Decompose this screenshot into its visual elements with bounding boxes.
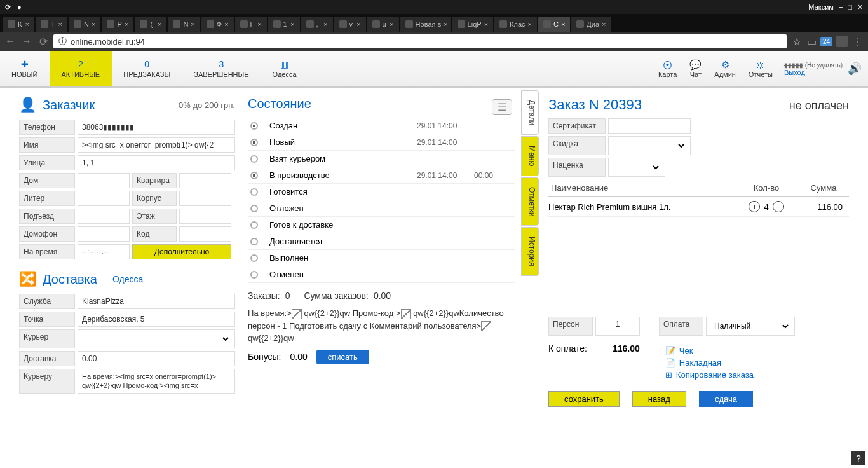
status-row[interactable]: Готовится [248,184,515,200]
toolbar-map-button[interactable]: ⦿Карта [652,57,683,81]
browser-tab[interactable]: Т× [36,17,67,32]
status-row[interactable]: Выполнен [248,250,515,266]
status-row[interactable]: Отложен [248,200,515,217]
browser-tab[interactable]: u× [367,17,399,32]
side-tab-Детали[interactable]: Детали [521,90,539,135]
nav-forward-icon[interactable]: → [20,36,33,47]
status-row[interactable]: Создан29.01 14:00 [248,118,515,134]
qty-plus-button[interactable]: + [749,201,760,212]
section-delivery-title: 🔀 Доставка Одесса [19,271,235,287]
browser-tab[interactable]: Клас× [494,17,537,32]
toolbar-reports-button[interactable]: ⛭Отчеты [742,57,779,81]
win-max[interactable]: □ [848,3,852,11]
url-input[interactable]: ⓘ online.mobidel.ru:94 [53,34,787,48]
input-courier-note[interactable]: На время:><img src=x onerror=prompt(1)> … [78,369,235,394]
browser-tab[interactable]: (× [135,17,166,32]
input-persons[interactable]: 1 [595,317,640,336]
input-service[interactable]: KlasnaPizza [78,294,235,309]
writeoff-button[interactable]: списать [316,350,369,364]
browser-tab[interactable]: ,× [301,17,333,32]
input-korpus[interactable] [179,191,231,206]
radio-icon [250,122,258,130]
status-row[interactable]: В производстве29.01 14:0000:00 [248,167,515,184]
back-button[interactable]: назад [632,391,686,407]
toolbar-new-button[interactable]: ✚ НОВЫЙ [0,51,50,86]
status-row[interactable]: Новый29.01 14:00 [248,134,515,151]
input-intercom[interactable] [78,226,130,242]
toolbar-preorders-button[interactable]: 0 ПРЕДЗАКАЗЫ [112,51,182,86]
extension-icon[interactable] [836,36,848,47]
toolbar-city-button[interactable]: ▥ Одесса [261,51,309,86]
browser-tab[interactable]: К× [3,17,34,32]
extra-button[interactable]: Дополнительно [132,244,231,259]
browser-tab[interactable]: Ф× [201,17,234,32]
menu-icon[interactable]: ⋮ [851,36,864,48]
select-courier[interactable] [78,329,235,348]
action-invoice[interactable]: 📄Накладная [665,357,754,369]
browser-tab[interactable]: 1× [268,17,300,32]
input-cert[interactable] [608,118,691,134]
save-button[interactable]: сохранить [548,391,620,407]
input-phone[interactable]: 38063▮▮▮▮▮▮▮ [78,120,235,135]
status-row[interactable]: Готов к доставке [248,217,515,233]
browser-tab[interactable]: v× [334,17,366,32]
bookmark-icon[interactable]: ☆ [790,36,803,48]
ext-badge[interactable]: 24 [820,37,832,46]
input-time[interactable]: --:-- --.-- [78,244,130,259]
browser-tab[interactable]: N× [168,17,200,32]
sound-icon[interactable]: 🔊 [848,62,862,76]
input-flat[interactable] [179,173,231,188]
browser-tab[interactable]: Г× [235,17,267,32]
radio-icon [250,221,258,229]
nav-back-icon[interactable]: ← [4,36,17,47]
browser-tab[interactable]: С× [538,17,570,32]
qty-minus-button[interactable]: − [773,201,784,212]
win-close[interactable]: ✕ [857,3,863,11]
cast-icon[interactable]: ▭ [807,36,817,48]
input-code[interactable] [179,226,231,242]
label-house: Дом [19,173,75,188]
browser-tab[interactable]: Новая в× [400,17,451,32]
status-row[interactable]: Отменен [248,266,515,283]
bonus-row: Бонусы: 0.00 списать [248,350,515,364]
delivery-city-link[interactable]: Одесса [112,274,143,284]
select-discount[interactable] [608,136,691,155]
toolbar-chat-button[interactable]: 💬Чат [683,57,708,81]
status-row[interactable]: Доставляется [248,233,515,250]
action-check[interactable]: 📝Чек [665,345,754,357]
win-min[interactable]: − [839,3,843,11]
select-payment[interactable]: Наличный [706,317,795,336]
label-phone: Телефон [19,120,75,135]
toolbar-admin-button[interactable]: ⚙Админ [708,57,742,81]
select-markup[interactable] [608,158,665,177]
label-time: На время [19,244,75,259]
side-tab-Отметки[interactable]: Отметки [521,177,539,226]
label-code: Код [132,226,177,242]
status-row[interactable]: Взят курьером [248,151,515,167]
browser-tab[interactable]: Диа× [571,17,611,32]
input-street[interactable]: 1, 1 [78,155,235,170]
browser-tab[interactable]: LiqP× [452,17,493,32]
toolbar-active-button[interactable]: 2 АКТИВНЫЕ [50,51,112,86]
help-button[interactable]: ? [851,451,865,465]
browser-tab[interactable]: Р× [102,17,133,32]
action-copy[interactable]: ⊞Копирование заказа [665,369,754,381]
input-delivery-cost[interactable]: 0.00 [78,351,235,366]
label-markup: Наценка [548,158,606,177]
input-point[interactable]: Дерибасовская, 5 [78,312,235,327]
side-tab-Меню[interactable]: Меню [521,136,539,176]
orders-summary: Заказы:0 Сумма заказов:0.00 [248,291,515,301]
radio-icon [250,205,258,212]
nav-reload-icon[interactable]: ⟳ [37,36,50,48]
list-view-button[interactable]: ☰ [492,99,512,115]
change-button[interactable]: сдача [699,391,753,407]
side-tab-История[interactable]: История [521,227,539,276]
logout-link[interactable]: Выход [784,69,805,76]
input-entrance[interactable] [78,209,130,224]
browser-tab[interactable]: N× [69,17,100,32]
input-liter[interactable] [78,191,130,206]
toolbar-done-button[interactable]: 3 ЗАВЕРШЕННЫЕ [182,51,261,86]
input-house[interactable] [78,173,130,188]
input-name[interactable]: ><img src=x onerror=prompt(1)> qw{{2 [78,137,235,153]
input-floor[interactable] [179,209,231,224]
